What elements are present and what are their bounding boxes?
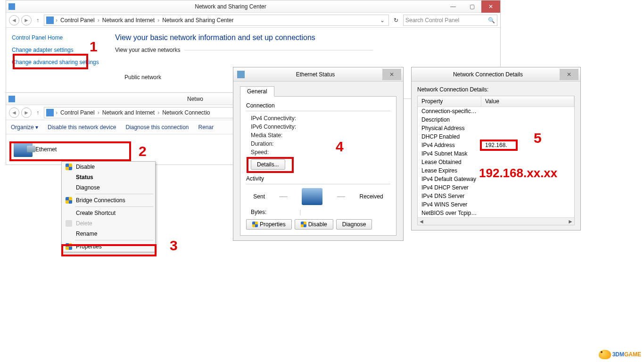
ethernet-icon [237,71,245,78]
up-button[interactable]: ↑ [33,109,42,116]
disable-button[interactable]: Disable [295,219,333,230]
detail-prop: IPv4 WINS Server [418,200,481,209]
sent-label: Sent [253,193,265,200]
group-activity: Activity [246,175,390,182]
properties-button[interactable]: Properties [246,219,292,230]
minimize-button[interactable]: — [444,0,462,13]
search-icon: 🔍 [488,17,495,24]
media-state: Media State: [251,132,390,139]
close-button[interactable]: ✕ [382,69,401,80]
detail-row[interactable]: Description [418,115,574,124]
close-button[interactable]: ✕ [481,0,500,13]
scroll-left-icon[interactable]: ◄ [418,218,425,225]
app-icon [8,3,15,10]
app-icon [8,96,15,102]
annotation-number-1: 1 [90,39,98,55]
detail-val [481,209,574,217]
disable-device-button[interactable]: Disable this network device [48,124,116,131]
breadcrumb[interactable]: › Control Panel› Network and Internet› N… [44,15,389,26]
annotation-box-4 [247,157,294,173]
crumb-ni[interactable]: Network and Internet [101,109,156,116]
back-button[interactable]: ◄ [9,107,19,118]
detail-row[interactable]: NetBIOS over Tcpip En... [418,209,574,217]
refresh-button[interactable]: ↻ [391,17,401,24]
monitors-icon [302,188,322,205]
dlg-titlebar: Network Connection Details ✕ [412,67,580,82]
mascot-icon [599,350,611,359]
crumb-cp[interactable]: Control Panel [59,109,96,116]
ctx-bridge[interactable]: Bridge Connections [62,195,155,206]
detail-prop: Physical Address [418,124,481,132]
crumb-network-internet[interactable]: Network and Internet [101,17,156,24]
diagnose-button[interactable]: Diagnose [336,219,372,230]
annotation-number-5: 5 [534,130,542,146]
detail-prop: Connection-specific DN... [418,107,481,115]
annotation-number-4: 4 [336,139,344,155]
search-placeholder: Search Control Panel [405,17,459,24]
crumb-sharing-center[interactable]: Network and Sharing Center [161,17,234,24]
details-subtitle: Network Connection Details: [417,86,575,93]
shield-icon [66,164,72,170]
sidebar-home[interactable]: Control Panel Home [12,34,102,41]
control-panel-icon [46,16,54,24]
detail-prop: IPv4 DHCP Server [418,183,481,192]
sidebar-change-adapter[interactable]: Change adapter settings [12,47,102,53]
horizontal-scrollbar[interactable]: ◄ ► [418,217,574,225]
control-panel-icon [46,109,54,116]
detail-row[interactable]: IPv4 WINS Server [418,200,574,209]
scroll-right-icon[interactable]: ► [567,218,574,225]
header-property: Property [418,96,481,107]
ctx-rename[interactable]: Rename [62,229,155,239]
detail-prop: IPv4 Address [418,141,481,149]
annotation-box-1 [13,54,88,69]
address-bar: ◄ ► ↑ › Control Panel› Network and Inter… [6,13,500,28]
separator [75,206,153,207]
forward-button[interactable]: ► [21,15,32,25]
forward-button[interactable]: ► [21,107,32,118]
detail-prop: IPv4 Subnet Mask [418,149,481,158]
ctx-status[interactable]: Status [62,172,155,182]
delete-icon [66,220,72,227]
detail-prop: Lease Expires [418,166,481,175]
detail-row[interactable]: IPv4 DNS Server [418,192,574,200]
close-button[interactable]: ✕ [560,69,578,80]
ctx-diagnose[interactable]: Diagnose [62,182,155,193]
dlg-title: Network Connection Details [416,71,560,78]
detail-val [481,124,574,132]
detail-val [481,200,574,209]
back-button[interactable]: ◄ [9,15,19,25]
separator [75,194,153,194]
diagnose-button[interactable]: Diagnose this connection [125,124,189,131]
annotation-number-2: 2 [139,143,147,159]
breadcrumb-dropdown[interactable]: ⌄ [378,17,387,24]
ctx-disable[interactable]: Disable [62,162,155,172]
group-connection: Connection [246,102,390,109]
detail-val [481,115,574,124]
detail-prop: Description [418,115,481,124]
details-grid: Property Value Connection-specific DN...… [417,96,575,225]
ctx-shortcut[interactable]: Create Shortcut [62,208,155,218]
detail-row[interactable]: Physical Address [418,124,574,132]
rename-button[interactable]: Renar [198,124,214,131]
annotation-box-2 [9,141,131,161]
ipv4-connectivity: IPv4 Connectivity: [251,115,390,122]
tab-general[interactable]: General [240,86,274,97]
crumb-control-panel[interactable]: Control Panel [59,17,96,24]
crumb-nc[interactable]: Network Connectio [161,109,211,116]
detail-row[interactable]: IPv4 DHCP Server [418,183,574,192]
detail-val [481,158,574,166]
search-input[interactable]: Search Control Panel 🔍 [403,15,497,26]
dlg-titlebar: Ethernet Status ✕ [233,67,403,82]
bytes-label: Bytes: [251,209,266,215]
detail-row[interactable]: Lease Obtained [418,158,574,166]
detail-prop: Lease Obtained [418,158,481,166]
detail-row[interactable]: Connection-specific DN... [418,107,574,115]
detail-prop: IPv4 Default Gateway [418,175,481,183]
maximize-button[interactable]: ▢ [462,0,481,13]
organize-menu[interactable]: Organize ▾ [11,124,38,131]
received-label: Received [360,193,383,200]
detail-val [481,107,574,115]
detail-val [481,192,574,200]
up-button[interactable]: ↑ [33,17,42,24]
ctx-delete: Delete [62,218,155,229]
